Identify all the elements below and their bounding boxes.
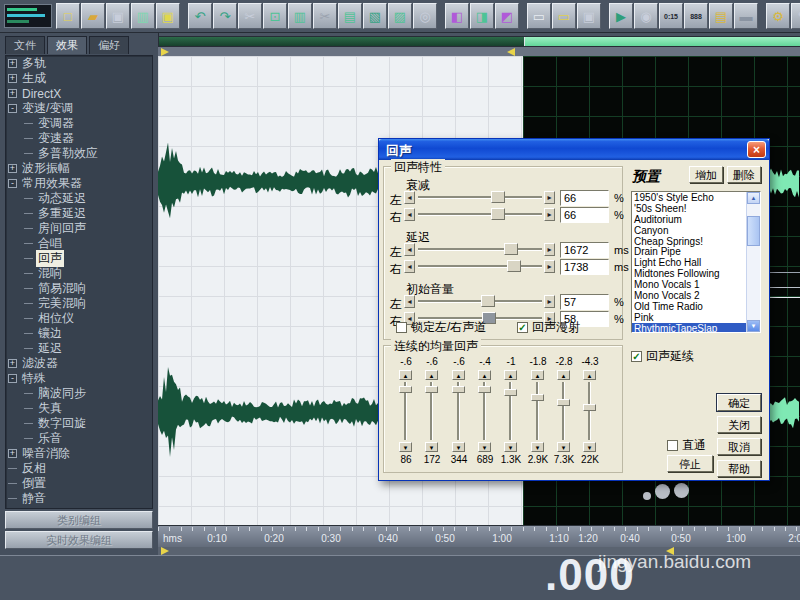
tree-item-7[interactable]: +波形振幅	[6, 161, 152, 176]
save-selection-button[interactable]: ▥	[131, 3, 155, 29]
volume-left-decrease-button[interactable]: ◂	[404, 295, 415, 308]
selection-start-marker[interactable]	[161, 547, 169, 555]
mix-paste-button[interactable]: ▧	[363, 3, 387, 29]
dialog-titlebar[interactable]: 回声 ×	[379, 139, 769, 160]
preset-scrollbar[interactable]: ▲ ▼	[746, 192, 760, 332]
eq-band-up-button[interactable]: ▴	[478, 370, 491, 380]
eq-band-slider-track[interactable]	[583, 382, 596, 440]
tree-item-5[interactable]: 变速器	[6, 131, 152, 146]
expand-icon[interactable]: +	[8, 59, 17, 68]
preset-item[interactable]: Auditorium	[632, 214, 747, 225]
decay-right-slider-thumb[interactable]	[491, 208, 505, 220]
add-preset-button[interactable]: 增加	[689, 166, 723, 183]
bypass-checkbox[interactable]: 直通	[667, 437, 706, 454]
delay-right-increase-button[interactable]: ▸	[544, 260, 555, 273]
zoom-tool-button[interactable]: ◉	[634, 3, 658, 29]
group-by-category-button[interactable]: 类别编组	[5, 511, 153, 529]
eq-band-slider-track[interactable]	[425, 382, 438, 440]
tree-item-15[interactable]: 简易混响	[6, 281, 152, 296]
delay-left-value-input[interactable]	[560, 242, 609, 258]
echo-continue-checkbox[interactable]: ✓回声延续	[631, 348, 694, 365]
eq-band-slider-track[interactable]	[504, 382, 517, 440]
eq-band-down-button[interactable]: ▾	[504, 442, 517, 452]
eq-band-slider-thumb[interactable]	[583, 404, 596, 411]
play-preview-button[interactable]: ▶	[609, 3, 633, 29]
tree-item-13[interactable]: 回声	[6, 251, 152, 266]
overview-scrollbar-selected-segment[interactable]	[159, 37, 525, 46]
tree-item-26[interactable]: +噪音消除	[6, 446, 152, 461]
eq-band-slider-thumb[interactable]	[478, 386, 491, 393]
decay-right-slider-track[interactable]	[418, 208, 542, 221]
cancel-button[interactable]: 取消	[717, 438, 761, 455]
delay-right-slider-thumb[interactable]	[507, 260, 521, 272]
ok-button[interactable]: 确定	[717, 394, 761, 411]
tree-item-0[interactable]: +多轨	[6, 56, 152, 71]
eq-band-slider-thumb[interactable]	[399, 386, 412, 393]
decay-left-value-input[interactable]	[560, 190, 609, 206]
tree-item-29[interactable]: 静音	[6, 491, 152, 506]
show-windows-button[interactable]: ▣	[577, 3, 601, 29]
tree-item-12[interactable]: 合唱	[6, 236, 152, 251]
paste-button[interactable]: ▤	[338, 3, 362, 29]
preset-item[interactable]: Old Time Radio	[632, 301, 747, 312]
decay-left-increase-button[interactable]: ▸	[544, 191, 555, 204]
eq-band-slider-thumb[interactable]	[557, 399, 570, 406]
eq-band-slider-track[interactable]	[557, 382, 570, 440]
selection-start-marker[interactable]	[161, 48, 169, 56]
selection-end-marker[interactable]	[507, 48, 515, 56]
show-organizer-button[interactable]: ▭	[527, 3, 551, 29]
decay-right-value-input[interactable]	[560, 207, 609, 223]
tree-item-22[interactable]: 脑波同步	[6, 386, 152, 401]
overview-scrollbar-rest-segment[interactable]	[525, 37, 800, 46]
volume-left-value-input[interactable]	[560, 294, 609, 310]
collapse-icon[interactable]: -	[8, 179, 17, 188]
eq-band-up-button[interactable]: ▴	[557, 370, 570, 380]
show-files-button[interactable]: ▭	[552, 3, 576, 29]
copy-to-new-button[interactable]: ✂	[313, 3, 337, 29]
scripts-button[interactable]: ✎	[791, 3, 800, 29]
expand-icon[interactable]: +	[8, 89, 17, 98]
preset-item[interactable]: Canyon	[632, 225, 747, 236]
tree-item-24[interactable]: 数字回旋	[6, 416, 152, 431]
tree-item-23[interactable]: 失真	[6, 401, 152, 416]
timeline-ruler[interactable]: hms0:100:200:300:400:501:001:101:200:400…	[158, 525, 800, 547]
volume-left-increase-button[interactable]: ▸	[544, 295, 555, 308]
eq-band-slider-thumb[interactable]	[504, 389, 517, 396]
eq-band-down-button[interactable]: ▾	[583, 442, 596, 452]
preset-item[interactable]: Light Echo Hall	[632, 257, 747, 268]
delay-left-increase-button[interactable]: ▸	[544, 243, 555, 256]
eq-band-slider-thumb[interactable]	[452, 386, 465, 393]
paste-to-new-button[interactable]: ▨	[388, 3, 412, 29]
collapse-icon[interactable]: -	[8, 104, 17, 113]
new-file-button[interactable]: □	[56, 3, 80, 29]
tree-item-4[interactable]: 变调器	[6, 116, 152, 131]
preset-item[interactable]: Mono Vocals 2	[632, 290, 747, 301]
copy-button[interactable]: ▥	[288, 3, 312, 29]
preset-item[interactable]: Pink	[632, 312, 747, 323]
delay-left-decrease-button[interactable]: ◂	[404, 243, 415, 256]
preset-listbox[interactable]: 1950's Style Echo'50s Sheen!AuditoriumCa…	[631, 191, 761, 333]
preset-item[interactable]: RhythmicTapeSlap	[632, 323, 747, 333]
scroll-up-button[interactable]: ▲	[747, 192, 760, 204]
redo-button[interactable]: ↷	[213, 3, 237, 29]
preset-item[interactable]: Midtones Following	[632, 268, 747, 279]
tree-item-3[interactable]: -变速/变调	[6, 101, 152, 116]
eq-band-down-button[interactable]: ▾	[452, 442, 465, 452]
session-properties-button[interactable]: ▤	[709, 3, 733, 29]
decay-left-decrease-button[interactable]: ◂	[404, 191, 415, 204]
eq-band-up-button[interactable]: ▴	[583, 370, 596, 380]
eq-band-up-button[interactable]: ▴	[504, 370, 517, 380]
waveform-view-button[interactable]: ◨	[470, 3, 494, 29]
close-dialog-button[interactable]: 关闭	[717, 416, 761, 433]
preset-item[interactable]: Drain Pipe	[632, 246, 747, 257]
tab-effects[interactable]: 效果	[47, 36, 87, 54]
tree-item-20[interactable]: +滤波器	[6, 356, 152, 371]
volume-left-slider-thumb[interactable]	[481, 295, 495, 307]
preset-item[interactable]: Cheap Springs!	[632, 236, 747, 247]
tab-favorites[interactable]: 偏好	[89, 36, 129, 54]
save-button[interactable]: ▣	[106, 3, 130, 29]
eq-band-slider-thumb[interactable]	[531, 394, 544, 401]
eq-band-down-button[interactable]: ▾	[557, 442, 570, 452]
expand-icon[interactable]: +	[8, 449, 17, 458]
eq-band-slider-track[interactable]	[531, 382, 544, 440]
